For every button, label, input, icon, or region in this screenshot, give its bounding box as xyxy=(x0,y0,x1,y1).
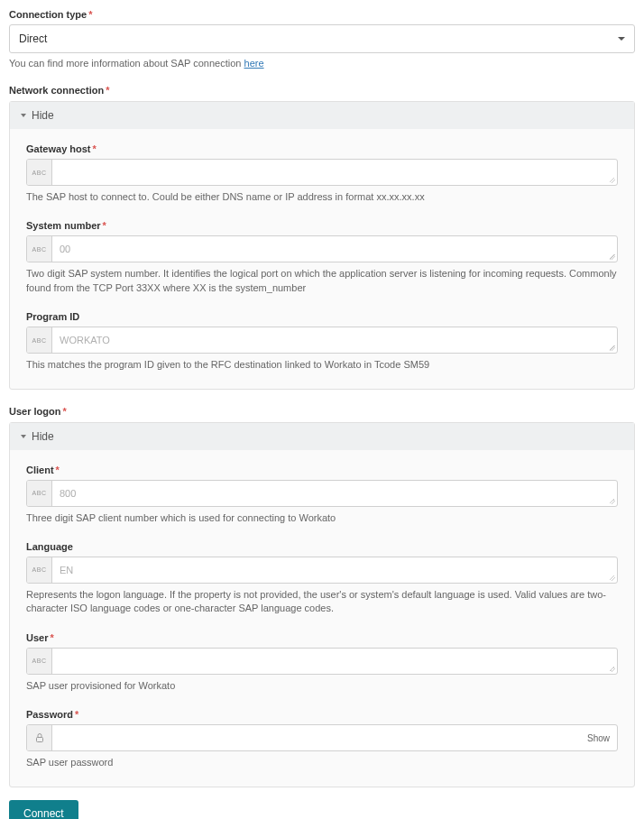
resize-handle[interactable] xyxy=(610,499,615,504)
connection-type-info: You can find more information about SAP … xyxy=(9,58,635,69)
resize-handle[interactable] xyxy=(610,575,615,581)
user-logon-header: User logon* xyxy=(9,406,635,417)
chevron-down-icon xyxy=(618,37,625,41)
gateway-host-label: Gateway host* xyxy=(26,143,618,154)
client-helper: Three digit SAP client number which is u… xyxy=(26,511,618,525)
text-type-icon: ABC xyxy=(27,327,52,353)
chevron-down-icon xyxy=(21,435,26,438)
program-id-helper: This matches the program ID given to the… xyxy=(26,358,618,372)
resize-handle[interactable] xyxy=(610,667,615,672)
user-input[interactable] xyxy=(52,649,608,674)
text-type-icon: ABC xyxy=(27,236,52,262)
text-type-icon: ABC xyxy=(27,160,52,185)
resize-handle[interactable] xyxy=(610,345,615,351)
password-show-button[interactable]: Show xyxy=(580,725,617,750)
user-helper: SAP user provisioned for Workato xyxy=(26,679,618,693)
password-helper: SAP user password xyxy=(26,756,618,769)
text-type-icon: ABC xyxy=(27,481,52,506)
resize-handle[interactable] xyxy=(610,254,615,260)
connection-type-value: Direct xyxy=(19,32,618,45)
system-number-label: System number* xyxy=(26,220,618,231)
connection-type-select[interactable]: Direct xyxy=(9,24,635,53)
program-id-label: Program ID xyxy=(26,311,618,322)
gateway-host-helper: The SAP host to connect to. Could be eit… xyxy=(26,190,618,204)
system-number-helper: Two digit SAP system number. It identifi… xyxy=(26,267,618,295)
system-number-input[interactable] xyxy=(52,236,608,262)
svg-rect-0 xyxy=(36,738,42,742)
client-input[interactable] xyxy=(52,481,608,506)
sap-info-link[interactable]: here xyxy=(244,58,264,69)
password-label: Password* xyxy=(26,709,618,720)
network-connection-header: Network connection* xyxy=(9,85,635,96)
lock-icon xyxy=(27,725,52,750)
network-connection-panel: Hide Gateway host* ABC The SAP host to c… xyxy=(9,101,635,390)
network-connection-toggle[interactable]: Hide xyxy=(10,102,634,129)
connect-button[interactable]: Connect xyxy=(9,800,78,819)
language-input[interactable] xyxy=(52,557,608,583)
chevron-down-icon xyxy=(21,114,26,117)
connection-type-label: Connection type* xyxy=(9,9,635,20)
gateway-host-input[interactable] xyxy=(52,160,608,185)
language-helper: Represents the logon language. If the pr… xyxy=(26,588,618,616)
program-id-input[interactable] xyxy=(52,327,608,353)
text-type-icon: ABC xyxy=(27,557,52,583)
user-label: User* xyxy=(26,632,618,643)
user-logon-toggle[interactable]: Hide xyxy=(10,423,634,450)
text-type-icon: ABC xyxy=(27,649,52,674)
user-logon-panel: Hide Client* ABC Three digit SAP client … xyxy=(9,422,635,787)
password-input[interactable] xyxy=(52,725,580,750)
resize-handle[interactable] xyxy=(610,178,615,183)
client-label: Client* xyxy=(26,465,618,475)
language-label: Language xyxy=(26,541,618,552)
